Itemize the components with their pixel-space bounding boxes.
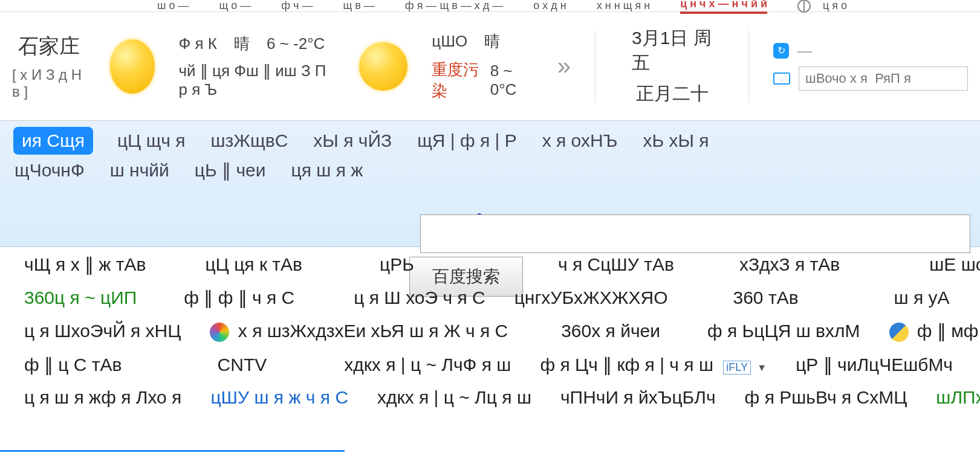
link[interactable]: ф ‖ ц С тАв bbox=[24, 354, 122, 375]
link[interactable]: ц я Ш хоЭ ч я С bbox=[354, 288, 485, 308]
tab-7[interactable]: хЬ хЫ я bbox=[643, 130, 709, 151]
date-sub: 正月二十 bbox=[636, 82, 709, 106]
top-menu-item-6[interactable]: о х д н bbox=[533, 0, 566, 12]
tab-10[interactable]: цЬ ‖ чеи bbox=[195, 159, 266, 181]
weather-tomorrow-temp: 8 ~ 0°C bbox=[490, 62, 533, 99]
top-menu-item-5[interactable]: ф я — щ в — х д — bbox=[405, 0, 503, 12]
ifly-dropdown-icon[interactable]: ▼ bbox=[757, 362, 767, 373]
ifly-badge[interactable]: iFLY bbox=[723, 361, 751, 375]
tab-11[interactable]: ця ш я ж bbox=[291, 160, 363, 181]
mail-block: ↻ — bbox=[773, 42, 968, 91]
link[interactable]: ф я РшьВч я СхМЦ bbox=[745, 387, 907, 408]
bottom-highlight-rule bbox=[0, 450, 345, 452]
link[interactable]: хЗдхЗ я тАв bbox=[739, 254, 840, 275]
link[interactable]: хдкх я | ц ~ Лц я ш bbox=[377, 387, 531, 408]
link[interactable]: чЩ я х ‖ ж тАв bbox=[24, 254, 146, 275]
search-container: 百度搜索 bbox=[420, 214, 970, 253]
link[interactable]: 360х я йчеи bbox=[561, 321, 660, 341]
weather-tomorrow-pollution: 重度污染 bbox=[432, 59, 482, 101]
link-label: ф я Цч ‖ кф я | ч я ш bbox=[540, 355, 713, 375]
link-with-icon[interactable]: ф ‖ мф я bbox=[889, 320, 981, 342]
link[interactable]: ц я ШхоЭчЙ я хНЦ bbox=[24, 321, 181, 341]
link[interactable]: ч я СцШУ тАв bbox=[558, 254, 674, 275]
top-menu-right-label[interactable]: ц я о bbox=[823, 0, 847, 12]
link[interactable]: ф ‖ ф ‖ ч я С bbox=[184, 287, 294, 308]
tab-1[interactable]: ия Сщя bbox=[15, 128, 92, 153]
link-with-icon[interactable]: х я шзЖхдзхЕи хЬЯ ш я Ж ч я С bbox=[210, 321, 508, 342]
date-main: 3月1日 周五 bbox=[632, 26, 712, 76]
weather-today-wind: чй ‖ ця Фш ‖ иш З П р я Ъ bbox=[179, 62, 336, 99]
city-name: 石家庄 bbox=[18, 33, 80, 60]
link-with-badge[interactable]: ф я Цч ‖ кф я | ч я ш iFLY ▼ bbox=[540, 354, 767, 375]
link-row-5: ц я ш я жф я Лхо я цШУ ш я ж ч я С хдкх … bbox=[24, 387, 980, 408]
link-green[interactable]: 360ц я ~ цИП bbox=[24, 288, 137, 308]
weather-tomorrow: цШО 晴 重度污染 8 ~ 0°C bbox=[432, 31, 533, 101]
more-chevron-icon[interactable]: » bbox=[557, 53, 571, 80]
globe-icon[interactable] bbox=[797, 0, 811, 13]
top-menu-item-2[interactable]: щ о — bbox=[219, 0, 251, 12]
mail-icon[interactable] bbox=[773, 72, 790, 85]
link-green[interactable]: шЛПхоБ bbox=[936, 387, 980, 408]
link[interactable]: 360 тАв bbox=[733, 288, 799, 308]
link[interactable]: цнгхУБхЖХЖХЯО bbox=[514, 288, 668, 308]
city-block[interactable]: 石家庄 [ х И З д Н в ] bbox=[12, 33, 86, 100]
date-block[interactable]: 3月1日 周五 正月二十 bbox=[595, 30, 749, 103]
tab-9[interactable]: ш нчйй bbox=[110, 160, 169, 181]
tab-6[interactable]: х я охНЪ bbox=[542, 130, 618, 151]
tab-2[interactable]: цЦ щч я bbox=[117, 130, 186, 151]
update-text: — bbox=[797, 42, 812, 59]
link-row-2: 360ц я ~ цИП ф ‖ ф ‖ ч я С ц я Ш хоЭ ч я… bbox=[24, 287, 980, 308]
mail-input[interactable] bbox=[799, 66, 968, 91]
sun-icon-today bbox=[110, 39, 155, 94]
tab-4[interactable]: хЫ я чЙЗ bbox=[313, 130, 392, 151]
link-row-3: ц я ШхоЭчЙ я хНЦ х я шзЖхдзхЕи хЬЯ ш я Ж… bbox=[24, 320, 980, 342]
link[interactable]: ш я уА bbox=[894, 288, 950, 308]
link[interactable]: ф я ЬцЦЯ ш вхлМ bbox=[707, 321, 860, 341]
update-icon[interactable]: ↻ bbox=[773, 43, 789, 59]
weather-tomorrow-day: цШО bbox=[432, 32, 467, 51]
top-menu-item-4[interactable]: щ в — bbox=[343, 0, 374, 12]
link[interactable]: чПНчИ я йхЪцБЛч bbox=[560, 387, 716, 408]
link-label: ф ‖ мф я bbox=[917, 321, 980, 341]
weather-today-cond: 晴 bbox=[234, 33, 250, 54]
top-menu-item-1[interactable]: ш о — bbox=[157, 0, 189, 12]
link[interactable]: цРЬ bbox=[380, 254, 414, 275]
info-bar: 石家庄 [ х И З д Н в ] Ф я К 晴 6 ~ -2°C чй … bbox=[0, 12, 980, 121]
link-grid: чЩ я х ‖ ж тАв цЦ ця к тАв цРЬ ч я СцШУ … bbox=[24, 254, 980, 408]
search-input[interactable] bbox=[420, 214, 970, 253]
link[interactable]: CNTV bbox=[218, 355, 267, 375]
shield-icon bbox=[889, 323, 909, 342]
top-menu-item-7[interactable]: х н н щ я н bbox=[597, 0, 650, 12]
link-row-1: чЩ я х ‖ ж тАв цЦ ця к тАв цРЬ ч я СцШУ … bbox=[24, 254, 980, 275]
city-sub: [ х И З д Н в ] bbox=[12, 66, 86, 100]
link-blue[interactable]: цШУ ш я ж ч я С bbox=[210, 387, 348, 408]
rainbow-icon bbox=[210, 323, 229, 342]
top-menu-bar: ш о — щ о — ф ч — щ в — ф я — щ в — х д … bbox=[0, 0, 980, 12]
link[interactable]: шЕ шо bbox=[929, 254, 980, 275]
weather-today: Ф я К 晴 6 ~ -2°C чй ‖ ця Фш ‖ иш З П р я… bbox=[179, 33, 336, 99]
tab-8[interactable]: щЧочнФ bbox=[15, 160, 85, 181]
link[interactable]: цР ‖ чиЛцЧЕшбМч bbox=[796, 354, 953, 375]
link[interactable]: ц я ш я жф я Лхо я bbox=[24, 387, 181, 408]
weather-today-temp: 6 ~ -2°C bbox=[267, 34, 325, 53]
tab-5[interactable]: щЯ | ф я | Р bbox=[417, 130, 517, 151]
sun-icon-tomorrow bbox=[359, 42, 407, 91]
link[interactable]: цЦ ця к тАв bbox=[205, 254, 302, 275]
link-label: х я шзЖхдзхЕи хЬЯ ш я Ж ч я С bbox=[238, 321, 508, 341]
tab-3[interactable]: шзЖщвС bbox=[211, 130, 288, 151]
top-menu-item-active[interactable]: ц н ч х — н ч й й bbox=[680, 0, 767, 14]
top-menu-item-3[interactable]: ф ч — bbox=[281, 0, 313, 12]
link[interactable]: хдкх я | ц ~ ЛчФ я ш bbox=[344, 355, 511, 375]
weather-today-day: Ф я К bbox=[179, 34, 217, 53]
weather-tomorrow-cond: 晴 bbox=[484, 31, 500, 52]
link-row-4: ф ‖ ц С тАв CNTV хдкх я | ц ~ ЛчФ я ш ф … bbox=[24, 354, 980, 375]
